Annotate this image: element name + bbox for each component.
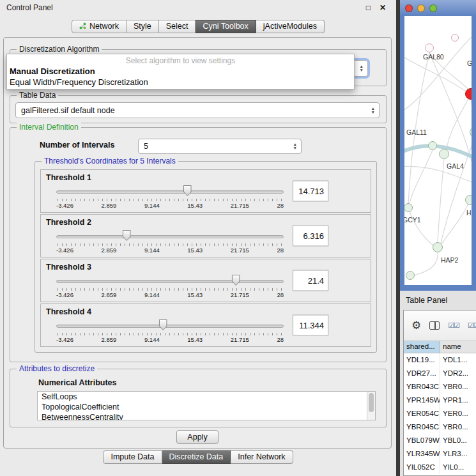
column-header-shared-name[interactable]: shared... <box>404 341 440 353</box>
list-item[interactable]: BetweennessCentrality <box>38 412 375 420</box>
tab-impute-data[interactable]: Impute Data <box>103 450 162 464</box>
table-row[interactable]: YIL052CYIL0... <box>404 461 476 474</box>
table-cell[interactable]: YPR145W <box>404 394 440 407</box>
table-cell[interactable]: YPR1... <box>440 394 476 407</box>
table-row[interactable]: YDL19...YDL1... <box>404 353 476 367</box>
select-columns-icon[interactable]: ☑☑ <box>448 321 459 330</box>
slider-thumb-icon[interactable] <box>159 319 167 330</box>
columns-icon[interactable] <box>429 321 440 330</box>
slider-thumb-icon[interactable] <box>123 230 131 241</box>
tab-infer-network[interactable]: Infer Network <box>231 450 293 464</box>
menu-item-manual-discretization[interactable]: Manual Discretization <box>7 66 354 77</box>
table-cell[interactable]: YDL19... <box>404 353 440 367</box>
table-cell[interactable]: YBR043C <box>404 380 440 394</box>
scale-label: 9.144 <box>144 202 160 209</box>
close-window-icon[interactable]: ✕ <box>380 3 386 12</box>
threshold-panel: Threshold 2 -3.4262.8599.14415.4321.7152… <box>40 214 371 257</box>
tab-select[interactable]: Select <box>159 20 196 33</box>
table-cell[interactable]: YER054C <box>404 407 440 420</box>
slider-track[interactable] <box>56 325 284 328</box>
scale-label: -3.426 <box>56 291 73 298</box>
apply-button[interactable]: Apply <box>176 430 219 444</box>
table-cell[interactable]: YBR0... <box>440 380 476 394</box>
scale-label: 21.715 <box>231 336 249 343</box>
table-cell[interactable]: YIL052C <box>404 461 440 474</box>
number-of-intervals-combobox[interactable]: 5 ▲▼ <box>138 139 302 154</box>
table-cell[interactable]: YBR045C <box>404 420 440 434</box>
table-row[interactable]: YPR145WYPR1... <box>404 394 476 407</box>
numerical-attributes-list[interactable]: SelfLoopsTopologicalCoefficientBetweenne… <box>37 391 376 420</box>
table-row[interactable]: YLR345WYLR3... <box>404 447 476 461</box>
table-cell[interactable]: YBL079W <box>404 434 440 447</box>
tab-style[interactable]: Style <box>127 20 159 33</box>
stepper-icon: ▲▼ <box>371 107 375 114</box>
list-item[interactable]: TopologicalCoefficient <box>38 402 375 412</box>
scale-label: 9.144 <box>144 291 160 298</box>
threshold-slider[interactable]: -3.4262.8599.14415.4321.71528 <box>56 230 284 256</box>
slider-track[interactable] <box>56 280 284 283</box>
scrollbar-thumb[interactable] <box>369 393 374 412</box>
table-toolbar: ⚙ ☑☑ ☑☑ <box>404 311 476 341</box>
table-row[interactable]: YDR27...YDR2... <box>404 367 476 380</box>
network-node[interactable] <box>433 242 443 252</box>
table-cell[interactable]: YBL0... <box>440 434 476 447</box>
threshold-slider[interactable]: -3.4262.8599.14415.4321.71528 <box>56 275 284 300</box>
table-cell[interactable]: YDR27... <box>404 367 440 380</box>
table-data-combobox[interactable]: galFiltered.sif default node ▲▼ <box>15 102 380 118</box>
slider-track[interactable] <box>56 235 284 238</box>
numerical-attributes-label: Numerical Attributes <box>38 378 116 387</box>
network-node[interactable] <box>439 149 449 159</box>
gear-icon[interactable]: ⚙ <box>411 320 421 331</box>
slider-scale-labels: -3.4262.8599.14415.4321.71528 <box>56 202 284 209</box>
scale-label: 15.43 <box>187 336 203 343</box>
network-node[interactable] <box>425 43 434 52</box>
column-header-name[interactable]: name <box>440 341 476 353</box>
tab-cyni-toolbox[interactable]: Cyni Toolbox <box>196 20 256 33</box>
network-canvas[interactable]: GAL80GAGAL11GAL4GCY1HHAP2 <box>404 16 472 285</box>
tab-discretize-data[interactable]: Discretize Data <box>162 450 231 464</box>
table-cell[interactable]: YIL0... <box>440 461 476 474</box>
slider-thumb-icon[interactable] <box>183 185 192 196</box>
scale-label: 2.859 <box>102 336 117 343</box>
threshold-value-box[interactable]: 21.4 <box>293 270 328 291</box>
threshold-slider[interactable]: -3.4262.8599.14415.4321.71528 <box>56 319 284 345</box>
network-node[interactable] <box>428 141 437 150</box>
threshold-value-box[interactable]: 14.713 <box>293 181 328 202</box>
table-cell[interactable]: YLR3... <box>440 447 476 461</box>
group-title-attributes: Attributes to discretize <box>17 364 97 373</box>
slider-ticks <box>58 199 282 201</box>
table-panel-title: Table Panel <box>406 296 447 305</box>
table-row[interactable]: YBR045CYBR0... <box>404 420 476 434</box>
table-cell[interactable]: YDL1... <box>440 353 476 367</box>
network-node[interactable] <box>406 271 415 280</box>
slider-thumb-icon[interactable] <box>232 275 240 286</box>
close-button[interactable] <box>405 4 413 12</box>
zoom-button[interactable] <box>429 4 437 12</box>
attributes-scrollbar[interactable] <box>367 392 375 420</box>
network-node[interactable] <box>451 34 459 42</box>
thresholds-group: Threshold's Coordinates for 5 Intervals … <box>35 161 377 353</box>
table-cell[interactable]: YER0... <box>440 407 476 420</box>
threshold-value-box[interactable]: 11.344 <box>293 315 328 336</box>
menu-item-equal-width-frequency[interactable]: Equal Width/Frequency Discretization <box>7 77 354 88</box>
network-node[interactable] <box>465 195 472 205</box>
threshold-slider[interactable]: -3.4262.8599.14415.4321.71528 <box>56 185 284 211</box>
table-row[interactable]: YER054CYER0... <box>404 407 476 420</box>
scale-label: 15.43 <box>187 291 203 298</box>
threshold-value-box[interactable]: 6.316 <box>293 226 328 247</box>
slider-track[interactable] <box>56 190 284 194</box>
table-row[interactable]: YBR043CYBR0... <box>404 380 476 394</box>
table-cell[interactable]: YBR0... <box>440 420 476 434</box>
float-window-icon[interactable]: □ <box>366 3 371 12</box>
tab-network[interactable]: Network <box>72 20 127 33</box>
scale-label: -3.426 <box>56 247 73 254</box>
table-cell[interactable]: YDR2... <box>440 367 476 380</box>
stepper-icon: ▲▼ <box>293 142 297 150</box>
list-item[interactable]: SelfLoops <box>38 392 375 402</box>
minimize-button[interactable] <box>417 4 425 12</box>
table-row[interactable]: YBL079WYBL0... <box>404 434 476 447</box>
select-rows-icon[interactable]: ☑☑ <box>468 321 476 330</box>
table-cell[interactable]: YLR345W <box>404 447 440 461</box>
tab-jactivemodules[interactable]: jActiveModules <box>256 20 325 33</box>
tab-label: Network <box>89 22 119 31</box>
